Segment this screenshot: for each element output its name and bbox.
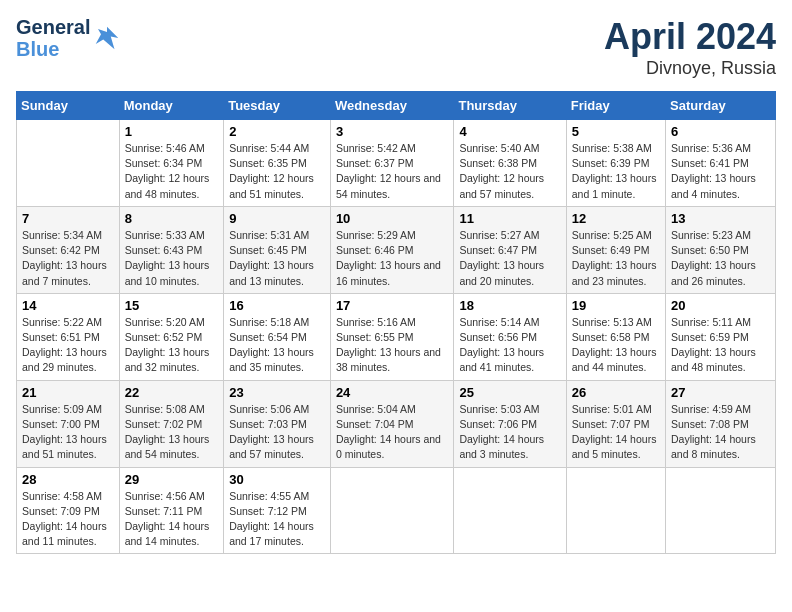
calendar-cell: 22Sunrise: 5:08 AM Sunset: 7:02 PM Dayli… bbox=[119, 380, 223, 467]
calendar-cell: 10Sunrise: 5:29 AM Sunset: 6:46 PM Dayli… bbox=[330, 206, 454, 293]
day-content: Sunrise: 5:36 AM Sunset: 6:41 PM Dayligh… bbox=[671, 141, 770, 202]
day-content: Sunrise: 5:40 AM Sunset: 6:38 PM Dayligh… bbox=[459, 141, 560, 202]
day-content: Sunrise: 4:59 AM Sunset: 7:08 PM Dayligh… bbox=[671, 402, 770, 463]
day-content: Sunrise: 5:34 AM Sunset: 6:42 PM Dayligh… bbox=[22, 228, 114, 289]
calendar-cell: 25Sunrise: 5:03 AM Sunset: 7:06 PM Dayli… bbox=[454, 380, 566, 467]
calendar-header-row: SundayMondayTuesdayWednesdayThursdayFrid… bbox=[17, 92, 776, 120]
day-number: 9 bbox=[229, 211, 325, 226]
calendar-cell: 28Sunrise: 4:58 AM Sunset: 7:09 PM Dayli… bbox=[17, 467, 120, 554]
calendar-cell: 9Sunrise: 5:31 AM Sunset: 6:45 PM Daylig… bbox=[224, 206, 331, 293]
day-content: Sunrise: 5:20 AM Sunset: 6:52 PM Dayligh… bbox=[125, 315, 218, 376]
day-number: 7 bbox=[22, 211, 114, 226]
day-number: 24 bbox=[336, 385, 449, 400]
day-content: Sunrise: 5:27 AM Sunset: 6:47 PM Dayligh… bbox=[459, 228, 560, 289]
calendar-cell bbox=[454, 467, 566, 554]
day-content: Sunrise: 5:38 AM Sunset: 6:39 PM Dayligh… bbox=[572, 141, 660, 202]
day-number: 11 bbox=[459, 211, 560, 226]
calendar-week-row: 14Sunrise: 5:22 AM Sunset: 6:51 PM Dayli… bbox=[17, 293, 776, 380]
svg-marker-0 bbox=[96, 27, 119, 50]
calendar-cell: 15Sunrise: 5:20 AM Sunset: 6:52 PM Dayli… bbox=[119, 293, 223, 380]
day-content: Sunrise: 4:56 AM Sunset: 7:11 PM Dayligh… bbox=[125, 489, 218, 550]
day-number: 2 bbox=[229, 124, 325, 139]
calendar-cell: 16Sunrise: 5:18 AM Sunset: 6:54 PM Dayli… bbox=[224, 293, 331, 380]
calendar-cell: 19Sunrise: 5:13 AM Sunset: 6:58 PM Dayli… bbox=[566, 293, 665, 380]
day-number: 20 bbox=[671, 298, 770, 313]
day-content: Sunrise: 5:18 AM Sunset: 6:54 PM Dayligh… bbox=[229, 315, 325, 376]
calendar-cell: 17Sunrise: 5:16 AM Sunset: 6:55 PM Dayli… bbox=[330, 293, 454, 380]
calendar-header-cell: Wednesday bbox=[330, 92, 454, 120]
day-content: Sunrise: 5:09 AM Sunset: 7:00 PM Dayligh… bbox=[22, 402, 114, 463]
day-content: Sunrise: 5:44 AM Sunset: 6:35 PM Dayligh… bbox=[229, 141, 325, 202]
day-number: 27 bbox=[671, 385, 770, 400]
calendar-header-cell: Monday bbox=[119, 92, 223, 120]
day-number: 23 bbox=[229, 385, 325, 400]
day-number: 30 bbox=[229, 472, 325, 487]
calendar-body: 1Sunrise: 5:46 AM Sunset: 6:34 PM Daylig… bbox=[17, 120, 776, 554]
day-number: 29 bbox=[125, 472, 218, 487]
calendar-cell: 18Sunrise: 5:14 AM Sunset: 6:56 PM Dayli… bbox=[454, 293, 566, 380]
calendar-header-cell: Saturday bbox=[666, 92, 776, 120]
day-number: 1 bbox=[125, 124, 218, 139]
calendar-cell: 14Sunrise: 5:22 AM Sunset: 6:51 PM Dayli… bbox=[17, 293, 120, 380]
day-content: Sunrise: 5:25 AM Sunset: 6:49 PM Dayligh… bbox=[572, 228, 660, 289]
day-number: 17 bbox=[336, 298, 449, 313]
calendar-cell: 6Sunrise: 5:36 AM Sunset: 6:41 PM Daylig… bbox=[666, 120, 776, 207]
day-number: 25 bbox=[459, 385, 560, 400]
day-content: Sunrise: 5:08 AM Sunset: 7:02 PM Dayligh… bbox=[125, 402, 218, 463]
day-content: Sunrise: 5:46 AM Sunset: 6:34 PM Dayligh… bbox=[125, 141, 218, 202]
day-number: 19 bbox=[572, 298, 660, 313]
calendar-cell: 27Sunrise: 4:59 AM Sunset: 7:08 PM Dayli… bbox=[666, 380, 776, 467]
day-content: Sunrise: 5:23 AM Sunset: 6:50 PM Dayligh… bbox=[671, 228, 770, 289]
day-content: Sunrise: 4:58 AM Sunset: 7:09 PM Dayligh… bbox=[22, 489, 114, 550]
day-number: 28 bbox=[22, 472, 114, 487]
day-content: Sunrise: 5:31 AM Sunset: 6:45 PM Dayligh… bbox=[229, 228, 325, 289]
day-number: 21 bbox=[22, 385, 114, 400]
calendar-cell bbox=[666, 467, 776, 554]
calendar-cell: 23Sunrise: 5:06 AM Sunset: 7:03 PM Dayli… bbox=[224, 380, 331, 467]
calendar-table: SundayMondayTuesdayWednesdayThursdayFrid… bbox=[16, 91, 776, 554]
day-content: Sunrise: 5:29 AM Sunset: 6:46 PM Dayligh… bbox=[336, 228, 449, 289]
page-title: April 2024 bbox=[604, 16, 776, 58]
calendar-week-row: 1Sunrise: 5:46 AM Sunset: 6:34 PM Daylig… bbox=[17, 120, 776, 207]
day-content: Sunrise: 5:22 AM Sunset: 6:51 PM Dayligh… bbox=[22, 315, 114, 376]
day-content: Sunrise: 5:04 AM Sunset: 7:04 PM Dayligh… bbox=[336, 402, 449, 463]
day-number: 13 bbox=[671, 211, 770, 226]
calendar-cell: 3Sunrise: 5:42 AM Sunset: 6:37 PM Daylig… bbox=[330, 120, 454, 207]
calendar-cell: 11Sunrise: 5:27 AM Sunset: 6:47 PM Dayli… bbox=[454, 206, 566, 293]
calendar-header-cell: Sunday bbox=[17, 92, 120, 120]
day-number: 22 bbox=[125, 385, 218, 400]
day-number: 18 bbox=[459, 298, 560, 313]
calendar-cell: 29Sunrise: 4:56 AM Sunset: 7:11 PM Dayli… bbox=[119, 467, 223, 554]
day-number: 15 bbox=[125, 298, 218, 313]
calendar-week-row: 28Sunrise: 4:58 AM Sunset: 7:09 PM Dayli… bbox=[17, 467, 776, 554]
calendar-cell: 4Sunrise: 5:40 AM Sunset: 6:38 PM Daylig… bbox=[454, 120, 566, 207]
calendar-cell bbox=[330, 467, 454, 554]
calendar-cell bbox=[17, 120, 120, 207]
day-number: 14 bbox=[22, 298, 114, 313]
title-block: April 2024 Divnoye, Russia bbox=[604, 16, 776, 79]
day-content: Sunrise: 4:55 AM Sunset: 7:12 PM Dayligh… bbox=[229, 489, 325, 550]
calendar-cell: 5Sunrise: 5:38 AM Sunset: 6:39 PM Daylig… bbox=[566, 120, 665, 207]
calendar-cell: 21Sunrise: 5:09 AM Sunset: 7:00 PM Dayli… bbox=[17, 380, 120, 467]
day-content: Sunrise: 5:06 AM Sunset: 7:03 PM Dayligh… bbox=[229, 402, 325, 463]
calendar-header-cell: Friday bbox=[566, 92, 665, 120]
day-content: Sunrise: 5:11 AM Sunset: 6:59 PM Dayligh… bbox=[671, 315, 770, 376]
calendar-cell: 8Sunrise: 5:33 AM Sunset: 6:43 PM Daylig… bbox=[119, 206, 223, 293]
day-content: Sunrise: 5:42 AM Sunset: 6:37 PM Dayligh… bbox=[336, 141, 449, 202]
calendar-cell: 24Sunrise: 5:04 AM Sunset: 7:04 PM Dayli… bbox=[330, 380, 454, 467]
day-number: 4 bbox=[459, 124, 560, 139]
calendar-cell: 13Sunrise: 5:23 AM Sunset: 6:50 PM Dayli… bbox=[666, 206, 776, 293]
day-content: Sunrise: 5:01 AM Sunset: 7:07 PM Dayligh… bbox=[572, 402, 660, 463]
day-number: 3 bbox=[336, 124, 449, 139]
calendar-cell: 7Sunrise: 5:34 AM Sunset: 6:42 PM Daylig… bbox=[17, 206, 120, 293]
day-number: 10 bbox=[336, 211, 449, 226]
day-content: Sunrise: 5:16 AM Sunset: 6:55 PM Dayligh… bbox=[336, 315, 449, 376]
calendar-cell: 2Sunrise: 5:44 AM Sunset: 6:35 PM Daylig… bbox=[224, 120, 331, 207]
calendar-cell: 12Sunrise: 5:25 AM Sunset: 6:49 PM Dayli… bbox=[566, 206, 665, 293]
calendar-cell: 20Sunrise: 5:11 AM Sunset: 6:59 PM Dayli… bbox=[666, 293, 776, 380]
day-number: 8 bbox=[125, 211, 218, 226]
day-number: 16 bbox=[229, 298, 325, 313]
day-number: 5 bbox=[572, 124, 660, 139]
calendar-week-row: 21Sunrise: 5:09 AM Sunset: 7:00 PM Dayli… bbox=[17, 380, 776, 467]
page-subtitle: Divnoye, Russia bbox=[604, 58, 776, 79]
